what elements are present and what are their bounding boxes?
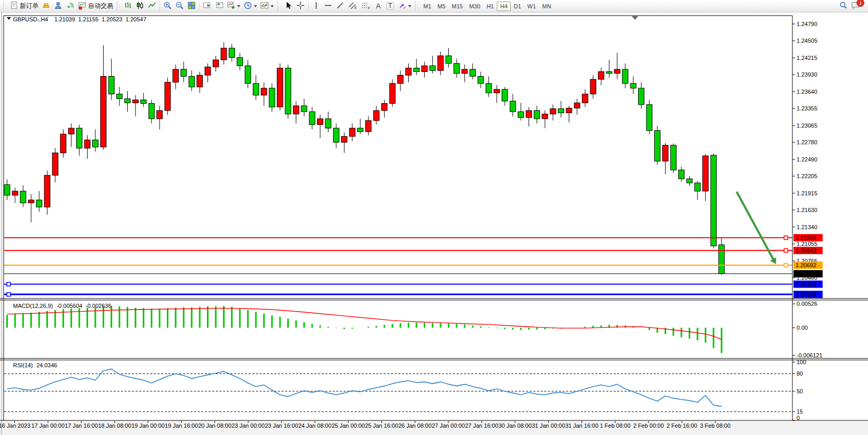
zoom-out-button[interactable] — [174, 1, 185, 11]
line-handle[interactable] — [784, 236, 788, 240]
bear-candle — [125, 99, 130, 103]
arrows-button[interactable] — [397, 1, 412, 11]
equidistant-channel-button[interactable]: E — [347, 1, 359, 11]
vertical-line-button[interactable] — [311, 1, 322, 11]
templates-button[interactable] — [259, 1, 275, 11]
date-label: 27 Jan 16:00 — [465, 422, 498, 429]
gold-ingot-icon — [42, 1, 51, 11]
auto-trading-button[interactable]: 自动交易 — [77, 1, 114, 11]
price-tick-label: 1.23065 — [797, 122, 817, 129]
line-chart-button[interactable] — [146, 1, 157, 11]
new-order-button[interactable]: 新订单 — [9, 1, 40, 11]
bear-candle — [654, 131, 660, 161]
bear-candle — [646, 105, 652, 131]
bull-candle — [317, 119, 323, 125]
bear-candle — [679, 170, 684, 179]
indicators-button[interactable] — [226, 1, 241, 11]
date-label: 31 Jan 00:00 — [532, 422, 565, 429]
timeframe-m15-button[interactable]: M15 — [449, 2, 466, 11]
bear-candle — [237, 57, 243, 66]
date-label: 19 Jan 00:00 — [131, 422, 165, 429]
date-label: 17 Jan 16:00 — [65, 422, 98, 429]
price-line-label: 1.20369 — [796, 281, 816, 288]
bear-candle — [470, 69, 475, 77]
timeframe-h4-button[interactable]: H4 — [497, 2, 510, 11]
bear-candle — [558, 109, 564, 113]
label-tool-button[interactable]: T — [385, 1, 396, 11]
bull-candle — [703, 156, 708, 191]
svg-text:F: F — [368, 5, 371, 9]
bull-candle — [68, 128, 74, 134]
line-handle[interactable] — [784, 264, 788, 267]
search-button[interactable] — [838, 1, 849, 11]
timeframe-h1-button[interactable]: H1 — [483, 2, 497, 11]
timeframe-m5-button[interactable]: M5 — [434, 2, 448, 11]
date-label: 23 Jan 16:00 — [265, 422, 298, 429]
gold-button[interactable] — [41, 1, 52, 11]
date-label: 30 Jan 08:00 — [498, 422, 532, 429]
new-order-label: 新订单 — [20, 2, 39, 10]
chart-shift-icon — [215, 1, 224, 11]
bull-candle — [663, 145, 668, 161]
bull-candle — [590, 79, 596, 94]
toolbar-grip[interactable] — [3, 2, 6, 11]
horizontal-line-button[interactable] — [323, 1, 334, 11]
bear-candle — [333, 128, 339, 142]
bear-candle — [285, 68, 291, 114]
date-label: 27 Jan 00:00 — [432, 422, 465, 429]
crosshair-button[interactable] — [295, 1, 306, 11]
toolbar-grip[interactable] — [117, 2, 120, 11]
line-handle[interactable] — [784, 248, 788, 252]
fibonacci-button[interactable]: F — [360, 1, 372, 11]
zoom-in-button[interactable] — [162, 1, 173, 11]
line-handle[interactable] — [7, 293, 10, 296]
price-tick-label: 1.21340 — [797, 224, 817, 230]
tile-windows-button[interactable] — [186, 1, 197, 11]
timeframe-mn-button[interactable]: MN — [539, 2, 554, 11]
text-tool-icon: A — [376, 2, 381, 10]
toolbar-grip[interactable] — [277, 2, 280, 11]
bear-candle — [77, 128, 82, 148]
signals-button[interactable] — [65, 1, 76, 11]
bear-candle — [325, 119, 331, 128]
auto-scroll-button[interactable] — [202, 1, 213, 11]
bull-candle — [165, 82, 170, 110]
bear-candle — [478, 77, 484, 84]
account-button[interactable] — [53, 1, 64, 11]
chart-shift-button[interactable] — [214, 1, 225, 11]
cursor-button[interactable] — [283, 1, 294, 11]
chevron-down-icon — [254, 5, 257, 7]
date-label: 2 Feb 00:00 — [633, 422, 664, 429]
price-tick-label: 1.21630 — [797, 207, 817, 213]
bar-chart-button[interactable] — [123, 1, 133, 11]
timeframe-m30-button[interactable]: M30 — [466, 2, 483, 11]
periods-button[interactable] — [242, 1, 258, 11]
bear-candle — [446, 56, 451, 64]
bull-candle — [44, 175, 50, 207]
bear-candle — [622, 69, 628, 83]
line-handle[interactable] — [7, 282, 10, 286]
bull-candle — [60, 134, 66, 153]
new-order-icon — [10, 1, 18, 11]
date-label: 25 Jan 16:00 — [365, 422, 398, 429]
candlestick-button[interactable] — [135, 1, 145, 11]
price-line-label: 1.20547 — [796, 270, 816, 277]
timeframe-w1-button[interactable]: W1 — [524, 2, 540, 11]
bear-candle — [413, 68, 419, 72]
toolbar-grip[interactable] — [415, 2, 418, 11]
zoom-out-icon — [175, 1, 184, 11]
chevron-down-icon — [408, 5, 411, 7]
bear-candle — [36, 200, 42, 207]
date-label: 25 Jan 00:00 — [332, 422, 365, 429]
macd-label: MACD(12,26,9)-0.005604-0.002636 — [13, 303, 112, 309]
bull-candle — [52, 153, 58, 175]
notification-badge[interactable]: 1 — [857, 0, 864, 7]
text-tool-button[interactable]: A — [373, 1, 384, 11]
timeframe-m1-button[interactable]: M1 — [420, 2, 434, 11]
trendline-button[interactable] — [335, 1, 346, 11]
account-icon — [54, 1, 63, 11]
chart-window: 1.247901.245051.242151.239301.236401.233… — [0, 13, 868, 435]
bull-candle — [221, 48, 227, 60]
date-label: 20 Jan 08:00 — [198, 422, 231, 429]
timeframe-d1-button[interactable]: D1 — [511, 2, 524, 11]
